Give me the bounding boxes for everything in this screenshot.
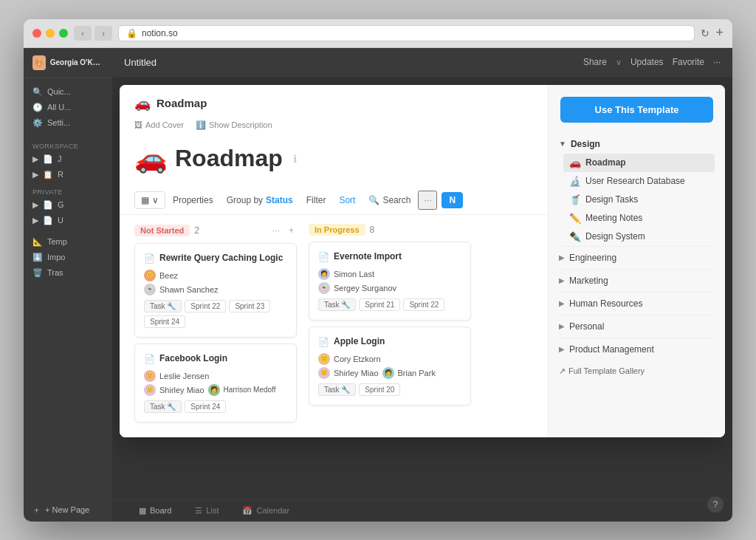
modal-header-icon: 🚗 xyxy=(134,95,151,112)
chevron-right-icon-2: ▶ xyxy=(32,170,38,180)
close-button[interactable] xyxy=(32,29,41,38)
sidebar-label-all-updates: All U... xyxy=(47,103,71,112)
card-evernote[interactable]: 📄 Evernote Import 🧑 Simon Last xyxy=(309,242,471,321)
add-cover-icon: 🖼 xyxy=(134,120,142,129)
status-badge-in-progress: In Progress xyxy=(309,224,365,236)
traffic-lights xyxy=(32,29,68,38)
marketing-header[interactable]: ▶ Marketing xyxy=(559,269,715,292)
address-bar[interactable]: 🔒 notion.so xyxy=(118,25,695,41)
person-name-shirley-2: Shirley Miao xyxy=(334,369,379,377)
back-button[interactable]: ‹ xyxy=(74,26,92,41)
user-research-icon: 🔬 xyxy=(569,176,581,187)
minimize-button[interactable] xyxy=(46,29,55,38)
column-add-button-not-started[interactable]: + xyxy=(286,224,297,237)
column-count-in-progress: 8 xyxy=(370,225,375,235)
product-header[interactable]: ▶ Product Management xyxy=(559,338,715,360)
new-tab-button[interactable]: + xyxy=(715,25,724,41)
sidebar-item-all-updates[interactable]: 🕐 All U... xyxy=(24,100,112,115)
sidebar-item-import[interactable]: ⬇️ Impo xyxy=(24,250,112,265)
column-more-button-not-started[interactable]: ··· xyxy=(269,224,283,237)
sidebar-item-private-g[interactable]: ▶ 📄 G xyxy=(24,197,112,213)
sidebar-item-templates[interactable]: 📐 Temp xyxy=(24,234,112,250)
toolbar-more-button[interactable]: ··· xyxy=(418,191,437,210)
search-icon: 🔍 xyxy=(32,87,43,97)
design-system-icon: ✒️ xyxy=(569,231,581,242)
product-label: Product Management xyxy=(569,344,654,355)
sidebar-item-quick-find[interactable]: 🔍 Quic... xyxy=(24,84,112,100)
share-button[interactable]: Share xyxy=(583,57,607,67)
more-options-button[interactable]: ··· xyxy=(713,57,721,67)
sidebar-label-settings: Setti... xyxy=(47,118,70,127)
full-gallery-link[interactable]: ↗ Full Template Gallery xyxy=(559,366,715,376)
template-item-design-tasks[interactable]: 🥤 Design Tasks xyxy=(563,191,715,209)
template-item-roadmap[interactable]: 🚗 Roadmap xyxy=(563,154,715,172)
favorite-button[interactable]: Favorite xyxy=(673,57,704,67)
template-item-meeting-notes[interactable]: ✏️ Meeting Notes xyxy=(563,209,715,228)
card-rewrite-query[interactable]: 📄 Rewrite Query Caching Logic 🙂 Beez xyxy=(134,243,297,338)
doc-icon-2: 📄 xyxy=(144,354,155,364)
modal-overlay: 🚗 Roadmap 🖼 Add Cover ℹ️ Sho xyxy=(112,78,732,522)
tag-sprint22: Sprint 22 xyxy=(185,300,226,312)
app-header: Untitled Share ∨ Updates Favorite ··· xyxy=(112,48,732,78)
engineering-header[interactable]: ▶ Engineering xyxy=(559,246,715,269)
column-header-not-started: Not Started 2 ··· + xyxy=(134,224,297,237)
card-tags-3: Task 🔧 Sprint 21 Sprint 22 xyxy=(318,298,461,311)
template-item-design-system[interactable]: ✒️ Design System xyxy=(563,228,715,246)
new-item-button[interactable]: N xyxy=(441,192,463,208)
new-page-button[interactable]: ＋ + New Page xyxy=(24,499,112,522)
design-arrow-icon: ▼ xyxy=(559,140,566,148)
tag-sprint23: Sprint 23 xyxy=(229,300,270,312)
maximize-button[interactable] xyxy=(59,29,68,38)
sidebar-label-quick-find: Quic... xyxy=(47,87,71,96)
personal-label: Personal xyxy=(569,321,604,332)
design-template-items: 🚗 Roadmap 🔬 User Research Database 🥤 xyxy=(559,154,715,246)
sidebar-item-workspace-r[interactable]: ▶ 📋 R xyxy=(24,167,112,182)
updates-button[interactable]: Updates xyxy=(630,57,664,67)
card-title-text-2: Facebook Login xyxy=(159,353,227,363)
template-item-user-research[interactable]: 🔬 User Research Database xyxy=(563,172,715,191)
hr-header[interactable]: ▶ Human Resources xyxy=(559,292,715,315)
filter-button[interactable]: Filter xyxy=(300,192,332,208)
properties-button[interactable]: Properties xyxy=(167,192,219,208)
add-cover-button[interactable]: 🖼 Add Cover xyxy=(134,120,184,130)
card-tags-2: Task 🔧 Sprint 24 xyxy=(144,400,287,413)
card-person-shawn: 👻 Shawn Sanchez xyxy=(144,284,287,295)
design-section-header[interactable]: ▼ Design xyxy=(559,134,715,154)
template-label-meeting-notes: Meeting Notes xyxy=(585,213,642,223)
group-by-button[interactable]: Group by Status xyxy=(221,192,299,208)
sidebar-user[interactable]: 🎨 Georgia O'Keeffe xyxy=(24,48,112,78)
design-section-label: Design xyxy=(571,139,600,149)
roadmap-icon: 🚗 xyxy=(569,157,581,168)
card-title-text-3: Evernote Import xyxy=(334,251,402,262)
ws-j-label: J xyxy=(58,154,62,163)
sort-button[interactable]: Sort xyxy=(333,192,361,208)
reload-button[interactable]: ↻ xyxy=(701,27,709,39)
sidebar-item-private-u[interactable]: ▶ 📄 U xyxy=(24,213,112,228)
lock-icon: 🔒 xyxy=(126,28,137,38)
forward-button[interactable]: › xyxy=(94,26,112,41)
sidebar-item-settings[interactable]: ⚙️ Setti... xyxy=(24,115,112,131)
card-title-rewrite-query: 📄 Rewrite Query Caching Logic xyxy=(144,253,287,264)
marketing-arrow-icon: ▶ xyxy=(559,276,565,284)
person-name-brian: Brian Park xyxy=(398,369,436,377)
search-button[interactable]: 🔍 Search xyxy=(362,192,416,208)
add-cover-label: Add Cover xyxy=(145,120,184,129)
workspace-section-label: WORKSPACE xyxy=(24,137,112,151)
grid-icon: ▦ xyxy=(141,195,149,205)
view-selector-button[interactable]: ▦ ∨ xyxy=(134,191,165,209)
sidebar-item-trash[interactable]: 🗑️ Tras xyxy=(24,265,112,281)
sidebar-item-workspace-j[interactable]: ▶ 📄 J xyxy=(24,151,112,167)
use-template-button[interactable]: Use This Template xyxy=(560,97,713,123)
show-description-label: Show Description xyxy=(209,120,272,129)
show-description-button[interactable]: ℹ️ Show Description xyxy=(196,120,272,130)
view-chevron-icon: ∨ xyxy=(152,195,159,205)
browser-window: ‹ › 🔒 notion.so ↻ + 🎨 Georgia O'Keeffe 🔍… xyxy=(24,19,732,522)
card-apple-login[interactable]: 📄 Apple Login 🙂 Cory Etzkorn xyxy=(309,327,471,406)
card-facebook-login[interactable]: 📄 Facebook Login 🙂 Leslie Jensen xyxy=(134,344,297,423)
doc-icon-4: 📄 xyxy=(318,337,329,347)
tag-sprint24-2: Sprint 24 xyxy=(185,400,226,413)
external-link-icon: ↗ xyxy=(559,366,566,376)
tag-task-4: Task 🔧 xyxy=(318,383,356,396)
personal-header[interactable]: ▶ Personal xyxy=(559,315,715,338)
tag-sprint22-2: Sprint 22 xyxy=(403,298,444,311)
